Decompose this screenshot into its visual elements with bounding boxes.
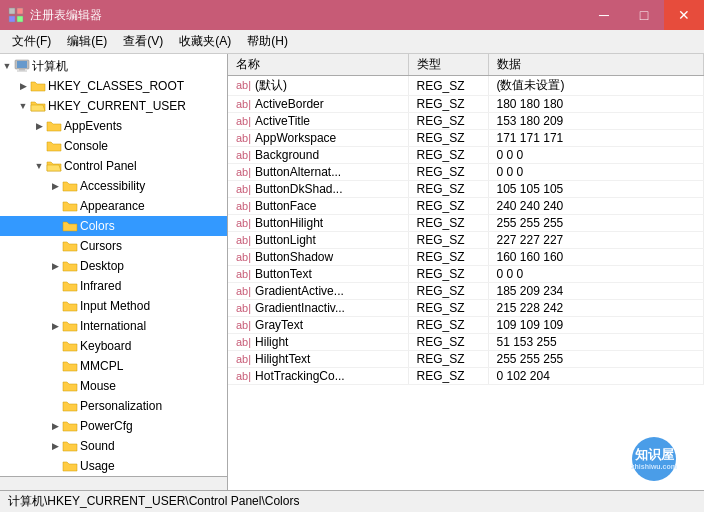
expand-btn-accessibility[interactable]: ▶: [48, 179, 62, 193]
table-row[interactable]: ab|ButtonAlternat...REG_SZ0 0 0: [228, 164, 704, 181]
expand-btn-hkCurrentUser[interactable]: ▼: [16, 99, 30, 113]
reg-data-cell: 109 109 109: [488, 317, 704, 334]
reg-data-cell: 0 0 0: [488, 164, 704, 181]
tree-item-controlPanel[interactable]: ▼ Control Panel: [0, 156, 227, 176]
tree-item-personalization[interactable]: Personalization: [0, 396, 227, 416]
minimize-button[interactable]: ─: [584, 0, 624, 30]
reg-value-icon: ab|: [236, 234, 251, 246]
tree-item-colors[interactable]: Colors: [0, 216, 227, 236]
tree-item-label-desktop: Desktop: [80, 259, 124, 273]
tree-item-console[interactable]: Console: [0, 136, 227, 156]
reg-type-cell: REG_SZ: [408, 181, 488, 198]
close-button[interactable]: ✕: [664, 0, 704, 30]
menu-item-收藏夹(A)[interactable]: 收藏夹(A): [171, 31, 239, 52]
table-row[interactable]: ab|(默认)REG_SZ(数值未设置): [228, 76, 704, 96]
table-row[interactable]: ab|HilightTextREG_SZ255 255 255: [228, 351, 704, 368]
reg-data-cell: 171 171 171: [488, 130, 704, 147]
tree-panel[interactable]: ▼ 计算机▶ HKEY_CLASSES_ROOT▼ HKEY_CURRENT_U…: [0, 54, 228, 490]
expand-btn-appEvents[interactable]: ▶: [32, 119, 46, 133]
expand-btn-controlPanel[interactable]: ▼: [32, 159, 46, 173]
reg-name-cell: ab|GradientInactiv...: [228, 300, 408, 317]
tree-item-usage[interactable]: Usage: [0, 456, 227, 476]
reg-value-icon: ab|: [236, 132, 251, 144]
reg-value-icon: ab|: [236, 319, 251, 331]
table-row[interactable]: ab|ButtonLightREG_SZ227 227 227: [228, 232, 704, 249]
tree-item-appEvents[interactable]: ▶ AppEvents: [0, 116, 227, 136]
tree-item-infrared[interactable]: Infrared: [0, 276, 227, 296]
table-row[interactable]: ab|ButtonFaceREG_SZ240 240 240: [228, 198, 704, 215]
tree-item-desktop[interactable]: ▶ Desktop: [0, 256, 227, 276]
table-row[interactable]: ab|GradientActive...REG_SZ185 209 234: [228, 283, 704, 300]
folder-icon: [62, 399, 78, 413]
table-row[interactable]: ab|ButtonTextREG_SZ0 0 0: [228, 266, 704, 283]
menu-item-帮助(H)[interactable]: 帮助(H): [239, 31, 296, 52]
reg-data-cell: 215 228 242: [488, 300, 704, 317]
folder-icon: [62, 319, 78, 333]
table-row[interactable]: ab|GrayTextREG_SZ109 109 109: [228, 317, 704, 334]
tree-scrollbar[interactable]: [0, 476, 227, 490]
tree-item-cursors[interactable]: Cursors: [0, 236, 227, 256]
tree-item-label-appearance: Appearance: [80, 199, 145, 213]
menu-item-编辑(E)[interactable]: 编辑(E): [59, 31, 115, 52]
tree-item-international[interactable]: ▶ International: [0, 316, 227, 336]
reg-data-cell: 105 105 105: [488, 181, 704, 198]
expand-btn-computer[interactable]: ▼: [0, 59, 14, 73]
reg-name-cell: ab|Background: [228, 147, 408, 164]
tree-item-hkCurrentUser[interactable]: ▼ HKEY_CURRENT_USER: [0, 96, 227, 116]
folder-icon: [46, 139, 62, 153]
title-bar: 注册表编辑器 ─ □ ✕: [0, 0, 704, 30]
tree-item-label-console: Console: [64, 139, 108, 153]
table-row[interactable]: ab|ActiveTitleREG_SZ153 180 209: [228, 113, 704, 130]
reg-value-icon: ab|: [236, 302, 251, 314]
tree-item-inputMethod[interactable]: Input Method: [0, 296, 227, 316]
watermark-logo: 知识屋 zhishiwu.com: [632, 437, 676, 481]
reg-data-cell: 180 180 180: [488, 96, 704, 113]
reg-data-cell: 153 180 209: [488, 113, 704, 130]
reg-name-cell: ab|ButtonText: [228, 266, 408, 283]
svg-rect-2: [9, 16, 15, 22]
folder-open-icon: [30, 99, 46, 113]
tree-item-sound[interactable]: ▶ Sound: [0, 436, 227, 456]
expand-btn-usage: [48, 459, 62, 473]
table-row[interactable]: ab|ButtonShadowREG_SZ160 160 160: [228, 249, 704, 266]
reg-name-cell: ab|ButtonFace: [228, 198, 408, 215]
tree-item-accessibility[interactable]: ▶ Accessibility: [0, 176, 227, 196]
reg-name-cell: ab|ButtonHilight: [228, 215, 408, 232]
window-title: 注册表编辑器: [30, 7, 102, 24]
main-content: ▼ 计算机▶ HKEY_CLASSES_ROOT▼ HKEY_CURRENT_U…: [0, 54, 704, 490]
folder-icon: [62, 419, 78, 433]
expand-btn-sound[interactable]: ▶: [48, 439, 62, 453]
table-row[interactable]: ab|HilightREG_SZ51 153 255: [228, 334, 704, 351]
tree-item-keyboard[interactable]: Keyboard: [0, 336, 227, 356]
folder-icon: [62, 359, 78, 373]
tree-item-powerCfg[interactable]: ▶ PowerCfg: [0, 416, 227, 436]
reg-type-cell: REG_SZ: [408, 232, 488, 249]
tree-item-appearance[interactable]: Appearance: [0, 196, 227, 216]
tree-item-computer[interactable]: ▼ 计算机: [0, 56, 227, 76]
tree-item-label-colors: Colors: [80, 219, 115, 233]
reg-data-cell: 255 255 255: [488, 351, 704, 368]
reg-type-cell: REG_SZ: [408, 300, 488, 317]
menu-item-文件(F)[interactable]: 文件(F): [4, 31, 59, 52]
tree-item-mouse[interactable]: Mouse: [0, 376, 227, 396]
reg-name-cell: ab|Hilight: [228, 334, 408, 351]
right-panel[interactable]: 名称 类型 数据 ab|(默认)REG_SZ(数值未设置)ab|ActiveBo…: [228, 54, 704, 490]
expand-btn-powerCfg[interactable]: ▶: [48, 419, 62, 433]
tree-item-hkClassesRoot[interactable]: ▶ HKEY_CLASSES_ROOT: [0, 76, 227, 96]
expand-btn-hkClassesRoot[interactable]: ▶: [16, 79, 30, 93]
maximize-button[interactable]: □: [624, 0, 664, 30]
table-row[interactable]: ab|GradientInactiv...REG_SZ215 228 242: [228, 300, 704, 317]
expand-btn-desktop[interactable]: ▶: [48, 259, 62, 273]
table-row[interactable]: ab|BackgroundREG_SZ0 0 0: [228, 147, 704, 164]
reg-type-cell: REG_SZ: [408, 368, 488, 385]
table-row[interactable]: ab|ActiveBorderREG_SZ180 180 180: [228, 96, 704, 113]
tree-item-mmcpl[interactable]: MMCPL: [0, 356, 227, 376]
table-row[interactable]: ab|HotTrackingCo...REG_SZ0 102 204: [228, 368, 704, 385]
expand-btn-international[interactable]: ▶: [48, 319, 62, 333]
menu-item-查看(V)[interactable]: 查看(V): [115, 31, 171, 52]
table-row[interactable]: ab|ButtonHilightREG_SZ255 255 255: [228, 215, 704, 232]
table-row[interactable]: ab|AppWorkspaceREG_SZ171 171 171: [228, 130, 704, 147]
col-type-header: 类型: [408, 54, 488, 76]
table-row[interactable]: ab|ButtonDkShad...REG_SZ105 105 105: [228, 181, 704, 198]
reg-type-cell: REG_SZ: [408, 351, 488, 368]
